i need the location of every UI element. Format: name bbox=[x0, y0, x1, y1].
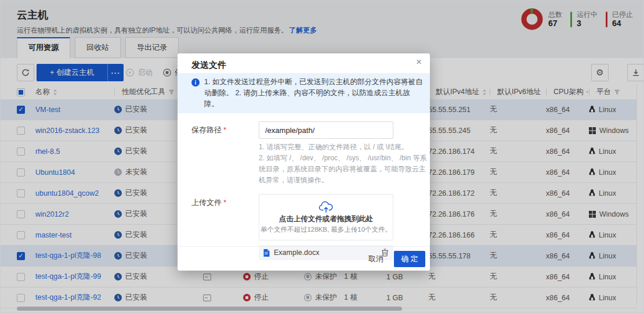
save-path-hint-2: 2. 如填写 /、 /dev、 /proc、 /sys、 /usr/bin、 /… bbox=[259, 153, 427, 186]
required-asterisk: * bbox=[223, 198, 226, 207]
save-path-label: 保存路径* bbox=[191, 121, 259, 186]
close-icon[interactable]: × bbox=[416, 57, 422, 67]
cloud-upload-icon bbox=[319, 201, 334, 213]
dialog-footer: 取消 确定 bbox=[178, 246, 430, 271]
dialog-title: 发送文件 bbox=[191, 60, 226, 70]
upload-click-text: 点击上传文件或者拖拽到此处 bbox=[279, 214, 374, 224]
save-path-hints: 1. 请填写完整、正确的文件路径，以 / 或 \结尾。 2. 如填写 /、 /d… bbox=[259, 142, 427, 186]
alert-text: 1. 如文件发送过程意外中断，已发送到云主机的部分文件内容将被自动删除。 2. … bbox=[204, 77, 423, 110]
save-path-label-text: 保存路径 bbox=[191, 125, 222, 134]
dialog-header: 发送文件 × bbox=[178, 53, 430, 73]
cancel-button[interactable]: 取消 bbox=[368, 254, 383, 264]
save-path-input[interactable] bbox=[259, 121, 393, 139]
save-path-hint-1: 1. 请填写完整、正确的文件路径，以 / 或 \结尾。 bbox=[259, 142, 427, 153]
send-file-dialog: 发送文件 × 1. 如文件发送过程意外中断，已发送到云主机的部分文件内容将被自动… bbox=[178, 53, 430, 271]
dialog-info-alert: 1. 如文件发送过程意外中断，已发送到云主机的部分文件内容将被自动删除。 2. … bbox=[178, 73, 430, 113]
upload-dropzone[interactable]: 点击上传文件或者拖拽到此处 单个文件不超过128KB, 最多上传10个文件。 bbox=[259, 194, 393, 240]
upload-file-label-text: 上传文件 bbox=[191, 198, 222, 207]
save-path-row: 保存路径* 1. 请填写完整、正确的文件路径，以 / 或 \结尾。 2. 如填写… bbox=[191, 121, 427, 186]
upload-size-hint: 单个文件不超过128KB, 最多上传10个文件。 bbox=[261, 225, 392, 234]
info-icon bbox=[191, 78, 200, 87]
required-asterisk: * bbox=[223, 125, 226, 134]
vm-management-page: 云主机 运行在物理机上的虚拟机实例，具有独立的IP地址，可以访问公共网络，运行应… bbox=[0, 0, 644, 313]
dialog-body: 保存路径* 1. 请填写完整、正确的文件路径，以 / 或 \结尾。 2. 如填写… bbox=[178, 113, 430, 260]
confirm-button[interactable]: 确定 bbox=[394, 251, 425, 267]
